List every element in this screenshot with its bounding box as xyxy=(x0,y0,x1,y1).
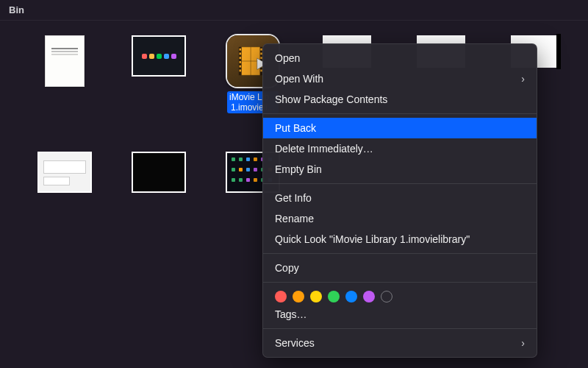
menu-separator xyxy=(263,328,537,329)
tag-color-green[interactable] xyxy=(328,291,340,302)
tag-color-row xyxy=(263,286,537,304)
menu-label: Services xyxy=(275,336,315,350)
menu-item-copy[interactable]: Copy xyxy=(263,258,537,278)
file-item[interactable] xyxy=(21,147,109,258)
menu-label: Rename xyxy=(275,212,314,225)
chevron-right-icon: › xyxy=(521,336,525,350)
menu-label: Empty Bin xyxy=(275,163,322,176)
menu-item-empty-bin[interactable]: Empty Bin xyxy=(263,159,537,180)
menu-item-tags[interactable]: Tags… xyxy=(263,304,537,325)
menu-label: Get Info xyxy=(275,191,312,205)
menu-item-open[interactable]: Open xyxy=(263,48,537,68)
menu-item-rename[interactable]: Rename xyxy=(263,208,537,229)
menu-item-quick-look[interactable]: Quick Look "iMovie Library 1.imovielibra… xyxy=(263,229,537,250)
menu-separator xyxy=(263,282,537,283)
svg-rect-10 xyxy=(240,66,241,68)
menu-item-services[interactable]: Services › xyxy=(263,333,537,353)
tag-color-none[interactable] xyxy=(381,291,392,302)
file-item[interactable] xyxy=(115,31,203,141)
menu-item-open-with[interactable]: Open With › xyxy=(263,68,537,89)
menu-label: Open xyxy=(275,52,300,65)
menu-separator xyxy=(263,183,537,184)
file-item[interactable] xyxy=(115,147,203,258)
menu-label: Open With xyxy=(275,72,323,85)
menu-item-get-info[interactable]: Get Info xyxy=(263,188,537,208)
menu-item-delete-immediately[interactable]: Delete Immediately… xyxy=(263,138,537,159)
file-item[interactable] xyxy=(21,31,109,141)
tag-color-red[interactable] xyxy=(275,291,287,302)
context-menu: Open Open With › Show Package Contents P… xyxy=(262,43,537,358)
tag-color-orange[interactable] xyxy=(293,291,304,302)
menu-separator xyxy=(263,113,537,114)
svg-rect-8 xyxy=(240,57,241,59)
app-window-icon xyxy=(132,35,186,77)
document-icon xyxy=(45,35,85,87)
svg-rect-6 xyxy=(240,49,241,51)
tag-color-purple[interactable] xyxy=(363,291,375,302)
menu-label: Tags… xyxy=(275,308,307,321)
menu-label: Quick Look "iMovie Library 1.imovielibra… xyxy=(275,233,470,246)
menu-separator xyxy=(263,253,537,254)
menu-label: Show Package Contents xyxy=(275,93,387,106)
svg-rect-7 xyxy=(240,53,241,55)
tag-color-yellow[interactable] xyxy=(310,291,322,302)
chevron-right-icon: › xyxy=(521,72,525,85)
window-title: Bin xyxy=(9,4,24,15)
menu-label: Put Back xyxy=(275,121,316,135)
form-window-icon xyxy=(37,152,92,193)
svg-rect-11 xyxy=(240,70,241,72)
svg-rect-9 xyxy=(240,61,241,63)
window-titlebar: Bin xyxy=(0,0,588,21)
menu-item-show-package-contents[interactable]: Show Package Contents xyxy=(263,89,537,110)
tag-color-blue[interactable] xyxy=(345,291,357,302)
menu-label: Copy xyxy=(275,261,299,275)
menu-label: Delete Immediately… xyxy=(275,142,373,155)
menu-item-put-back[interactable]: Put Back xyxy=(263,118,537,138)
dark-window-icon xyxy=(132,152,186,193)
